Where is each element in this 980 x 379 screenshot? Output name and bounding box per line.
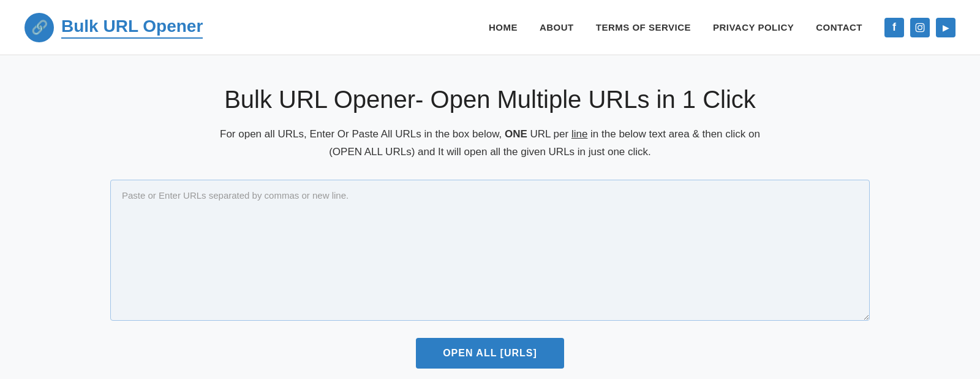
nav-contact[interactable]: CONTACT [816, 22, 862, 33]
nav-home[interactable]: HOME [489, 22, 518, 33]
youtube-icon[interactable]: ▶ [936, 18, 956, 37]
logo-icon: 🔗 [24, 13, 54, 42]
logo-link[interactable]: 🔗 Bulk URL Opener [24, 13, 203, 42]
main-content: Bulk URL Opener- Open Multiple URLs in 1… [61, 55, 919, 379]
nav-about[interactable]: ABOUT [540, 22, 574, 33]
site-header: 🔗 Bulk URL Opener HOME ABOUT TERMS OF SE… [0, 0, 980, 55]
nav-privacy[interactable]: PRIVACY POLICY [713, 22, 794, 33]
svg-point-2 [922, 25, 923, 26]
logo-text: Bulk URL Opener [61, 17, 203, 39]
facebook-icon[interactable]: f [884, 18, 904, 37]
social-icons-group: f ▶ [884, 18, 956, 37]
url-input[interactable] [110, 180, 870, 321]
instagram-icon[interactable] [910, 18, 930, 37]
desc-part1: For open all URLs, Enter Or Paste All UR… [220, 128, 505, 140]
desc-underline: line [571, 128, 587, 140]
desc-part2: URL per [527, 128, 571, 140]
open-all-button[interactable]: OPEN ALL [URLS] [416, 338, 564, 369]
page-title: Bulk URL Opener- Open Multiple URLs in 1… [224, 86, 756, 113]
desc-bold: ONE [505, 128, 527, 140]
page-description: For open all URLs, Enter Or Paste All UR… [214, 126, 766, 161]
svg-rect-0 [916, 23, 924, 31]
svg-point-1 [918, 25, 922, 29]
nav-terms[interactable]: TERMS OF SERVICE [596, 22, 691, 33]
main-nav: HOME ABOUT TERMS OF SERVICE PRIVACY POLI… [489, 18, 956, 37]
